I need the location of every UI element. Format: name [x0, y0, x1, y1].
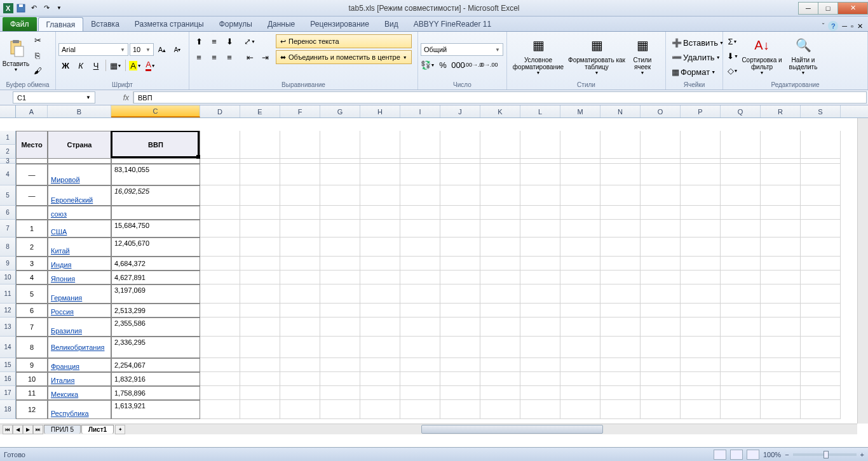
- cell-Q18[interactable]: [721, 400, 761, 419]
- cell-L10[interactable]: [520, 271, 560, 284]
- cell-G15[interactable]: [320, 358, 360, 372]
- cell-P16[interactable]: [681, 372, 721, 386]
- cell-I4[interactable]: [400, 164, 440, 185]
- cell-D9[interactable]: [200, 257, 240, 271]
- col-header-M[interactable]: M: [560, 105, 600, 117]
- cell-M8[interactable]: [560, 237, 600, 257]
- cell-G7[interactable]: [320, 220, 360, 237]
- cell-E4[interactable]: [240, 164, 280, 185]
- cell-D7[interactable]: [200, 220, 240, 237]
- cell-O11[interactable]: [641, 284, 681, 304]
- cell-J16[interactable]: [440, 372, 480, 386]
- cell-E15[interactable]: [240, 358, 280, 372]
- col-header-L[interactable]: L: [520, 105, 560, 117]
- row-header-14[interactable]: 14: [0, 337, 16, 358]
- cell-D17[interactable]: [200, 386, 240, 400]
- cell-L18[interactable]: [520, 400, 560, 419]
- cell-O7[interactable]: [641, 220, 681, 237]
- col-header-C[interactable]: C: [111, 105, 200, 117]
- cell-B1[interactable]: Страна: [48, 131, 111, 159]
- cell-R16[interactable]: [761, 372, 801, 386]
- cell-S1[interactable]: [801, 131, 841, 159]
- cell-G4[interactable]: [320, 164, 360, 185]
- cell-P3[interactable]: [681, 159, 721, 164]
- minimize-ribbon-icon[interactable]: ˇ: [822, 22, 825, 30]
- cell-A7[interactable]: 1: [16, 220, 48, 237]
- cell-P11[interactable]: [681, 284, 721, 304]
- col-header-R[interactable]: R: [761, 105, 801, 117]
- cell-F5[interactable]: [280, 185, 320, 206]
- cell-M12[interactable]: [560, 304, 600, 317]
- zoom-in-button[interactable]: +: [860, 451, 864, 458]
- cell-R5[interactable]: [761, 185, 801, 206]
- row-header-10[interactable]: 10: [0, 271, 16, 284]
- cell-S3[interactable]: [801, 159, 841, 164]
- cell-L5[interactable]: [520, 185, 560, 206]
- cell-H16[interactable]: [360, 372, 400, 386]
- cell-M3[interactable]: [560, 159, 600, 164]
- row-header-18[interactable]: 18: [0, 400, 16, 419]
- col-header-Q[interactable]: Q: [721, 105, 761, 117]
- sheet-nav-last[interactable]: ⏭: [33, 425, 43, 434]
- cell-A16[interactable]: 10: [16, 372, 48, 386]
- cell-P18[interactable]: [681, 400, 721, 419]
- cell-K6[interactable]: [480, 206, 520, 220]
- cell-G12[interactable]: [320, 304, 360, 317]
- cell-A10[interactable]: 4: [16, 271, 48, 284]
- cell-Q1[interactable]: [721, 131, 761, 159]
- cell-G11[interactable]: [320, 284, 360, 304]
- cell-F11[interactable]: [280, 284, 320, 304]
- cell-G10[interactable]: [320, 271, 360, 284]
- cell-G17[interactable]: [320, 386, 360, 400]
- cell-I1[interactable]: [400, 131, 440, 159]
- row-header-8[interactable]: 8: [0, 237, 16, 257]
- cell-K8[interactable]: [480, 237, 520, 257]
- cell-H17[interactable]: [360, 386, 400, 400]
- cell-R10[interactable]: [761, 271, 801, 284]
- cell-C5[interactable]: 16,092,525: [111, 185, 200, 206]
- cell-E12[interactable]: [240, 304, 280, 317]
- cell-H10[interactable]: [360, 271, 400, 284]
- cell-S7[interactable]: [801, 220, 841, 237]
- cell-F10[interactable]: [280, 271, 320, 284]
- cell-E14[interactable]: [240, 337, 280, 358]
- cell-N4[interactable]: [600, 164, 641, 185]
- row-header-4[interactable]: 4: [0, 164, 16, 185]
- cell-L14[interactable]: [520, 337, 560, 358]
- cell-M16[interactable]: [560, 372, 600, 386]
- cell-O16[interactable]: [641, 372, 681, 386]
- cell-I3[interactable]: [400, 159, 440, 164]
- cell-E17[interactable]: [240, 386, 280, 400]
- cell-O9[interactable]: [641, 257, 681, 271]
- cell-S13[interactable]: [801, 317, 841, 337]
- cell-E1[interactable]: [240, 131, 280, 159]
- cell-B15[interactable]: Франция: [48, 358, 111, 372]
- cell-P13[interactable]: [681, 317, 721, 337]
- cell-Q15[interactable]: [721, 358, 761, 372]
- ribbon-tab-0[interactable]: Главная: [38, 17, 84, 31]
- cell-B11[interactable]: Германия: [48, 284, 111, 304]
- cell-R14[interactable]: [761, 337, 801, 358]
- cell-K1[interactable]: [480, 131, 520, 159]
- cell-N1[interactable]: [600, 131, 641, 159]
- align-middle-button[interactable]: ≡: [207, 34, 221, 48]
- cell-P14[interactable]: [681, 337, 721, 358]
- cell-N13[interactable]: [600, 317, 641, 337]
- conditional-format-button[interactable]: ▦Условное форматирование▼: [510, 33, 567, 77]
- cell-N6[interactable]: [600, 206, 641, 220]
- cell-P7[interactable]: [681, 220, 721, 237]
- merge-center-button[interactable]: ⬌Объединить и поместить в центре▼: [276, 50, 412, 64]
- cell-D18[interactable]: [200, 400, 240, 419]
- grow-font-button[interactable]: A▴: [155, 43, 169, 57]
- cell-L8[interactable]: [520, 237, 560, 257]
- delete-cells-button[interactable]: ➖ Удалить ▼: [668, 51, 724, 65]
- cell-O1[interactable]: [641, 131, 681, 159]
- ribbon-tab-6[interactable]: Вид: [377, 17, 406, 31]
- insert-cells-button[interactable]: ➕ Вставить ▼: [668, 36, 727, 50]
- format-painter-button[interactable]: 🖌: [31, 63, 44, 77]
- currency-button[interactable]: 💱▼: [421, 58, 435, 72]
- cell-J17[interactable]: [440, 386, 480, 400]
- italic-button[interactable]: К: [74, 58, 88, 72]
- cell-F18[interactable]: [280, 400, 320, 419]
- cell-I9[interactable]: [400, 257, 440, 271]
